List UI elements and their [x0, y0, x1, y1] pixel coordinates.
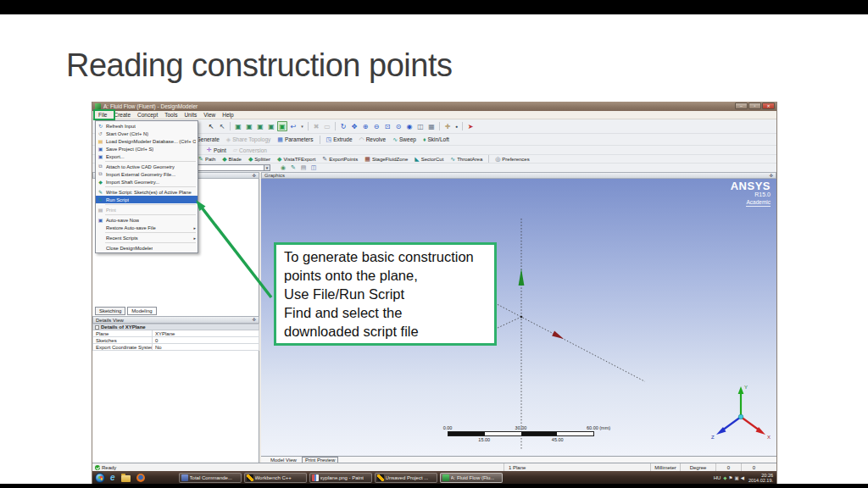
- toolbar-icon[interactable]: ✛: [442, 121, 453, 131]
- language-indicator[interactable]: HU: [714, 475, 721, 480]
- menu-item[interactable]: ◆ Import Shaft Geometry...: [96, 178, 198, 186]
- toolbar-button[interactable]: ◆ Splitter: [246, 156, 273, 163]
- toolbar-button[interactable]: ∿ Sweep: [390, 136, 419, 143]
- toolbar-button[interactable]: ◆ VistaTFExport: [275, 156, 318, 163]
- plane-combo[interactable]: ▾: [196, 164, 270, 171]
- toolbar-icon[interactable]: ▣: [277, 121, 287, 131]
- start-button[interactable]: [95, 473, 105, 483]
- toolbar-button[interactable]: ▱ Conversion: [231, 147, 270, 153]
- menu-item[interactable]: Close DesignModeler: [96, 244, 198, 252]
- toolbar-button[interactable]: ◳ Extrude: [324, 136, 355, 143]
- toolbar-icon[interactable]: ▣: [255, 121, 265, 131]
- window-control-button[interactable]: ▫: [748, 103, 761, 109]
- toolbar-icon[interactable]: ▤: [299, 164, 308, 172]
- toolbar-icon[interactable]: ⊡: [382, 121, 392, 131]
- toolbar-button[interactable]: ▦ Parameters: [275, 136, 315, 143]
- pin-icon[interactable]: ✜: [770, 174, 773, 178]
- details-row[interactable]: Plane XYPlane: [92, 330, 259, 337]
- menu-item[interactable]: ▤ Print: [96, 206, 198, 214]
- toolbar-icon[interactable]: ➤: [465, 121, 476, 131]
- menu-item[interactable]: ✎ Run Script: [96, 196, 198, 203]
- toolbar-button[interactable]: ◠ Revolve: [357, 136, 389, 143]
- toolbar-button[interactable]: ✎ ExportPoints: [320, 156, 360, 163]
- toolbar-icon[interactable]: ↖: [206, 121, 216, 131]
- view-tab[interactable]: Model View: [268, 458, 299, 463]
- toolbar-icon[interactable]: ✖: [311, 121, 321, 131]
- menu-item[interactable]: Recent Scripts ▸: [96, 234, 198, 241]
- menu-item[interactable]: ▣ Save Project (Ctrl+ S): [96, 145, 198, 152]
- menu-item[interactable]: ▣ Export...: [96, 152, 198, 160]
- menu-item[interactable]: ↺ Start Over (Ctrl+ N): [96, 130, 198, 137]
- tray-icon[interactable]: ▣: [735, 475, 739, 480]
- toolbar-icon[interactable]: ◉: [279, 164, 287, 172]
- menu-item[interactable]: ▤ Load DesignModeler Database... (Ctrl+ …: [96, 137, 198, 145]
- pin-icon[interactable]: ✜: [253, 174, 256, 178]
- tab[interactable]: Sketching: [95, 307, 125, 315]
- menu-item[interactable]: ▣ Auto-save Now: [96, 216, 198, 224]
- toolbar-icon[interactable]: ▣: [233, 121, 243, 131]
- menu[interactable]: Concept: [134, 112, 161, 118]
- resize-grip[interactable]: [766, 463, 776, 471]
- menu-item-label: Refresh Input: [106, 124, 136, 129]
- toolbar-icon[interactable]: ◫: [309, 164, 318, 172]
- toolbar-button[interactable]: ◆ Blade: [220, 156, 244, 163]
- toolbar-icon[interactable]: ↖: [217, 121, 227, 131]
- quick-launch-icon[interactable]: [136, 474, 145, 482]
- chevron-down-icon[interactable]: ▾: [264, 165, 270, 170]
- toolbar-icon[interactable]: ▾: [299, 121, 305, 131]
- toolbar-button[interactable]: ✛ Point: [204, 147, 229, 153]
- toolbar-icon[interactable]: ✥: [349, 121, 359, 131]
- toolbar-icon[interactable]: ●: [453, 121, 459, 131]
- status-cell: Millimeter: [650, 463, 680, 471]
- menu-item[interactable]: ↻ Refresh Input: [96, 122, 198, 130]
- details-row[interactable]: Export Coordinate System? No: [92, 344, 259, 351]
- toolbar-icon[interactable]: ◉: [404, 121, 415, 131]
- tray-icon[interactable]: ◆: [723, 475, 726, 480]
- toolbar-icon[interactable]: ▦: [426, 121, 437, 131]
- window-control-button[interactable]: –: [735, 103, 748, 109]
- clock[interactable]: 20:26 2014.02.19.: [748, 473, 773, 483]
- toolbar-button[interactable]: ♦ Skin/Loft: [420, 136, 452, 142]
- menu-item[interactable]: ⧉ Attach to Active CAD Geometry: [96, 163, 198, 170]
- menu-item[interactable]: ⧉ Import External Geometry File...: [96, 170, 198, 178]
- details-row[interactable]: Sketches 0: [92, 337, 259, 344]
- pin-icon[interactable]: ✜: [253, 318, 256, 322]
- toolbar-icon[interactable]: ✎: [289, 164, 298, 172]
- taskbar-button[interactable]: xyplane.png - Paint: [309, 473, 372, 483]
- toolbar-button[interactable]: ◎ Preferences: [492, 156, 531, 163]
- window-titlebar[interactable]: A: Fluid Flow (Fluent) - DesignModeler –…: [92, 102, 776, 111]
- toolbar-icon[interactable]: ⊕: [360, 121, 370, 131]
- taskbar-button[interactable]: Total Commande...: [179, 473, 242, 483]
- menu[interactable]: Tools: [161, 112, 181, 118]
- toolbar-button[interactable]: ✎ Path: [196, 156, 218, 163]
- toolbar-button[interactable]: ◣ SectorCut: [412, 156, 446, 163]
- toolbar-button[interactable]: ◈ Share Topology: [224, 136, 273, 143]
- toolbar-icon[interactable]: ⊖: [371, 121, 381, 131]
- toolbar-icon[interactable]: ↩: [288, 121, 298, 131]
- menu-item[interactable]: ✎ Write Script: Sketch(es) of Active Pla…: [96, 188, 198, 196]
- toolbar-button[interactable]: ▦ StageFluidZone: [362, 156, 410, 163]
- menu-item[interactable]: Restore Auto-save File ▸: [96, 224, 198, 231]
- taskbar-button[interactable]: Workbench C++: [244, 473, 307, 483]
- taskbar-button-label: Total Commande...: [190, 475, 232, 480]
- window-control-button[interactable]: ✕: [762, 103, 775, 109]
- quick-launch-icon[interactable]: [121, 475, 131, 482]
- tray-icon[interactable]: ◀: [741, 475, 744, 480]
- quick-launch-icon[interactable]: e: [110, 474, 115, 482]
- menu[interactable]: Units: [181, 112, 200, 118]
- toolbar-icon[interactable]: ↻: [338, 121, 348, 131]
- tab[interactable]: Modeling: [127, 307, 156, 315]
- taskbar-button[interactable]: A: Fluid Flow (Flu...: [440, 473, 503, 483]
- toolbar-icon[interactable]: ▭: [322, 121, 332, 131]
- details-group-row[interactable]: - Details of XYPlane: [92, 324, 259, 330]
- taskbar-button[interactable]: Unsaved Project ...: [375, 473, 437, 483]
- toolbar-icon[interactable]: ▣: [244, 121, 254, 131]
- menu[interactable]: Help: [219, 112, 236, 118]
- collapse-icon[interactable]: -: [95, 325, 99, 330]
- toolbar-icon[interactable]: ▣: [266, 121, 276, 131]
- tray-icon[interactable]: ⚑: [729, 475, 733, 480]
- toolbar-button[interactable]: ∿ ThroatArea: [448, 156, 485, 163]
- toolbar-icon[interactable]: ⊙: [393, 121, 403, 131]
- toolbar-icon[interactable]: ◫: [415, 121, 426, 131]
- menu[interactable]: View: [200, 112, 219, 118]
